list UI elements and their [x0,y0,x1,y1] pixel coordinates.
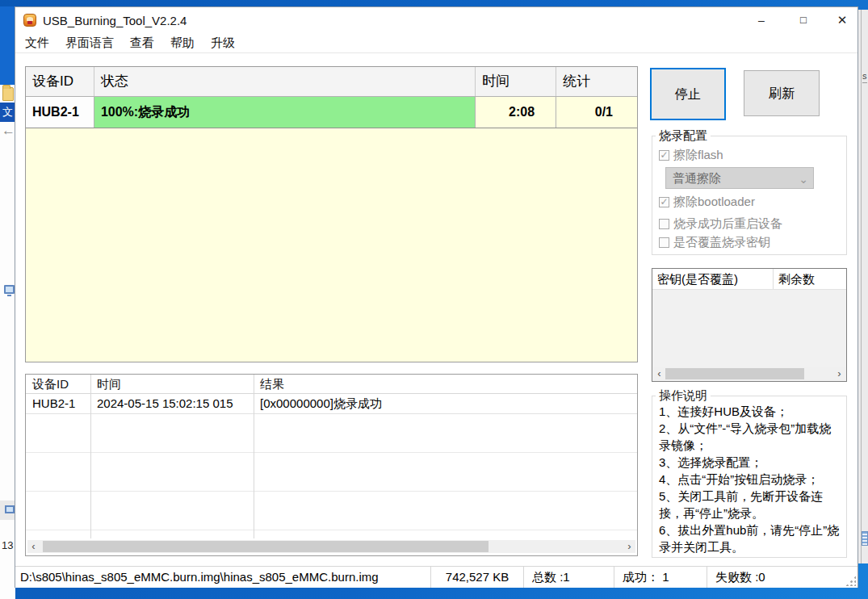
column-header-status: 状态 [94,67,476,96]
minimize-button[interactable]: – [747,9,776,31]
scroll-left-arrow[interactable]: ‹ [653,367,665,380]
column-header-time: 时间 [90,375,254,393]
menu-view[interactable]: 查看 [122,36,162,51]
help-line: 1、连接好HUB及设备； [659,403,843,420]
grid-line [90,375,91,538]
column-header-time: 时间 [476,67,556,96]
column-header-key: 密钥(是否覆盖) [652,269,774,289]
background-left-titlebar [0,6,15,85]
operation-help-text: 1、连接好HUB及设备； 2、从“文件”-“导入烧录包”加载烧录镜像； 3、选择… [652,396,846,555]
checkbox-checked-icon: ✓ [659,197,669,207]
status-failed-text: 失败数 :0 [715,570,765,584]
menu-bar: 文件 界面语言 查看 帮助 升级 [15,33,858,53]
checkbox-label: 烧录成功后重启设备 [673,216,782,232]
operation-help-group: 操作说明 1、连接好HUB及设备； 2、从“文件”-“导入烧录包”加载烧录镜像；… [652,396,847,558]
burn-stat-cell: 0/1 [556,97,637,128]
status-total-count: 总数 :1 [524,567,614,588]
help-line: 4、点击“开始”按钮启动烧录； [659,471,843,488]
chevron-down-icon: ⌄ [799,170,808,190]
resize-grip[interactable] [845,576,856,586]
log-row[interactable]: HUB2-1 2024-05-15 15:02:15 015 [0x000000… [26,394,637,414]
maximize-button[interactable]: □ [789,9,818,31]
key-table-horizontal-scrollbar[interactable]: ‹ › [653,367,845,380]
help-line: 3、选择烧录配置； [659,454,843,471]
device-progress-table: 设备ID 状态 时间 统计 HUB2-1 100%:烧录成功 2:08 0/1 [25,66,638,362]
checkbox-checked-icon: ✓ [659,150,669,161]
background-left-selected-row [0,501,15,520]
operation-help-title: 操作说明 [656,388,711,404]
log-time-cell: 2024-05-15 15:02:15 015 [90,394,254,413]
checkbox-erase-flash[interactable]: ✓ 擦除flash [659,148,723,163]
status-image-size: 742,527 KB [431,567,524,588]
background-left-count: 13 [2,539,13,551]
scroll-right-arrow[interactable]: › [623,540,635,553]
key-table-header: 密钥(是否覆盖) 剩余数 [652,269,846,290]
background-window-left: 文 ← 13 [0,6,15,599]
scrollbar-thumb[interactable] [43,541,489,552]
column-header-stat: 统计 [556,67,637,96]
divider [861,10,862,563]
log-result-cell: [0x00000000]烧录成功 [254,394,637,413]
usb-burning-tool-window: USB_Burning_Tool_V2.2.4 – □ ✕ 文件 界面语言 查看… [15,6,858,588]
key-table: 密钥(是否覆盖) 剩余数 ‹ › [652,268,847,382]
scroll-right-arrow[interactable]: › [833,367,845,380]
empty-row [26,492,637,530]
menu-upgrade[interactable]: 升级 [203,36,243,51]
burn-log-table: 设备ID 时间 结果 HUB2-1 2024-05-15 15:02:15 01… [25,374,638,556]
refresh-button[interactable]: 刷新 [744,70,820,116]
background-window-right: s [858,10,868,563]
checkbox-unchecked-icon [659,219,669,229]
log-table-header: 设备ID 时间 结果 [26,375,637,394]
menu-help[interactable]: 帮助 [162,36,203,51]
scrollbar-thumb[interactable] [665,368,804,379]
status-image-path: D:\s805\hinas_s805_eMMC.burn.img\hinas_s… [15,567,431,588]
device-row[interactable]: HUB2-1 100%:烧录成功 2:08 0/1 [26,97,637,128]
checkbox-label: 擦除bootloader [673,195,755,210]
burn-progress-cell: 100%:烧录成功 [94,97,476,128]
checkbox-label: 擦除flash [673,148,723,163]
back-arrow-icon: ← [2,123,15,139]
app-icon [23,14,36,27]
burn-config-title: 烧录配置 [656,128,711,144]
device-table-header: 设备ID 状态 时间 统计 [26,67,637,97]
column-header-device-id: 设备ID [26,375,90,393]
menu-language[interactable]: 界面语言 [57,36,122,51]
background-right-text-fragment: s [862,71,867,83]
help-line: 5、关闭工具前，先断开设备连接，再“停止”烧录。 [659,488,843,522]
empty-row [26,453,637,492]
help-line: 2、从“文件”-“导入烧录包”加载烧录镜像； [659,420,843,454]
window-title: USB_Burning_Tool_V2.2.4 [43,14,187,27]
computer-icon [5,505,15,513]
empty-row [26,414,637,453]
menu-file[interactable]: 文件 [17,36,57,51]
checkbox-erase-bootloader[interactable]: ✓ 擦除bootloader [659,195,755,210]
column-header-result: 结果 [254,375,637,393]
log-table-horizontal-scrollbar[interactable]: ‹ › [27,540,635,553]
checkbox-label: 是否覆盖烧录密钥 [673,235,770,250]
checkbox-reboot-after-success[interactable]: 烧录成功后重启设备 [659,216,782,232]
log-device-id-cell: HUB2-1 [26,394,90,413]
status-success-count: 成功： 1 [614,567,707,588]
scroll-left-arrow[interactable]: ‹ [27,540,40,553]
folder-icon [2,87,14,101]
grid-line [254,375,254,538]
checkbox-unchecked-icon [659,237,669,248]
computer-icon [4,285,15,294]
status-bar: D:\s805\hinas_s805_eMMC.burn.img\hinas_s… [15,566,858,588]
checkbox-overwrite-burn-key[interactable]: 是否覆盖烧录密钥 [659,235,770,250]
erase-mode-selected: 普通擦除 [673,171,721,185]
burn-time-cell: 2:08 [476,97,556,128]
status-failed-count: 失败数 :0 [707,567,858,588]
device-id-cell: HUB2-1 [26,97,94,128]
erase-mode-dropdown[interactable]: 普通擦除 ⌄ [665,167,814,189]
list-icon [862,531,868,546]
close-button[interactable]: ✕ [828,9,857,31]
stop-button[interactable]: 停止 [650,68,726,120]
title-bar: USB_Burning_Tool_V2.2.4 – □ ✕ [15,7,858,33]
burn-config-group: 烧录配置 ✓ 擦除flash 普通擦除 ⌄ ✓ 擦除bootloader 烧录成… [652,136,847,255]
document-language-icon: 文 [0,103,15,122]
column-header-device-id: 设备ID [26,67,94,96]
help-line: 6、拔出外置hub前，请先“停止”烧录并关闭工具。 [659,522,843,555]
column-header-remaining: 剩余数 [774,269,846,289]
